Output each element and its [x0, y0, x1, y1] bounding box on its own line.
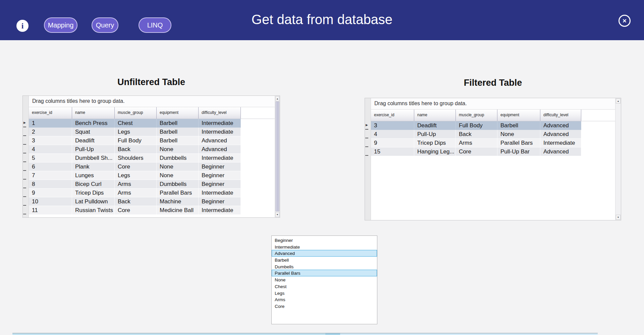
table-cell[interactable]: Arms [115, 189, 157, 197]
column-header-muscle_group[interactable]: muscle_group [115, 107, 157, 119]
table-cell[interactable]: Dumbbell Sh... [72, 154, 115, 162]
row-selector[interactable] [23, 180, 29, 189]
table-cell[interactable]: Arms [115, 180, 157, 189]
table-cell[interactable]: None [497, 130, 540, 139]
column-header-muscle_group[interactable]: muscle_group [456, 110, 497, 121]
scroll-down-icon[interactable]: ▼ [616, 215, 621, 220]
table-cell[interactable]: Machine [157, 197, 199, 206]
table-cell[interactable]: 4 [29, 145, 72, 154]
row-selector[interactable] [23, 189, 29, 197]
table-cell[interactable]: Bicep Curl [72, 180, 115, 189]
table-cell[interactable]: 10 [29, 197, 72, 206]
table-cell[interactable]: Advanced [540, 121, 581, 130]
row-selector[interactable] [365, 139, 371, 147]
table-cell[interactable]: 9 [371, 139, 414, 147]
table-cell[interactable]: Core [456, 147, 497, 156]
listbox-item-dumbells[interactable]: Dumbells [272, 263, 377, 270]
table-cell[interactable]: Intermediate [540, 139, 581, 147]
table-cell[interactable]: 1 [29, 119, 72, 128]
table-cell[interactable]: Pull-Up Bar [497, 147, 540, 156]
row-selector[interactable] [23, 162, 29, 171]
table-row[interactable]: 4Pull-UpBackNoneAdvanced [371, 130, 615, 139]
table-cell[interactable]: Parallel Bars [497, 139, 540, 147]
table-cell[interactable]: Squat [72, 128, 115, 136]
column-header-equipment[interactable]: equipment [497, 110, 540, 121]
table-cell[interactable]: Pull-Up [72, 145, 115, 154]
scroll-up-icon[interactable]: ▲ [616, 98, 621, 104]
table-cell[interactable]: Advanced [199, 145, 241, 154]
close-icon[interactable]: ✕ [619, 15, 631, 27]
table-cell[interactable]: Full Body [115, 136, 157, 145]
table-cell[interactable]: Barbell [157, 119, 199, 128]
group-by-panel[interactable]: Drag columns titles here to group data. [371, 98, 615, 110]
listbox-item-chest[interactable]: Chest [272, 283, 377, 290]
table-cell[interactable]: 8 [29, 180, 72, 189]
listbox-item-none[interactable]: None [272, 276, 377, 283]
group-by-panel[interactable]: Drag columns titles here to group data. [29, 96, 275, 107]
table-cell[interactable]: Beginner [199, 180, 241, 189]
table-cell[interactable]: Back [115, 145, 157, 154]
table-cell[interactable]: None [157, 171, 199, 180]
column-header-difficulty_level[interactable]: difficulty_level [540, 110, 581, 121]
table-row[interactable]: 2SquatLegsBarbellIntermediate [29, 128, 275, 136]
vertical-scrollbar[interactable]: ▲▼ [615, 98, 621, 220]
table-row[interactable]: 7LungesLegsNoneBeginner [29, 171, 275, 180]
scrollbar-thumb[interactable] [275, 102, 279, 211]
table-cell[interactable]: Barbell [157, 128, 199, 136]
table-cell[interactable]: 4 [371, 130, 414, 139]
table-row[interactable]: 15Hanging Leg...CorePull-Up BarAdvanced [371, 147, 615, 156]
table-row[interactable]: 4Pull-UpBackNoneAdvanced [29, 145, 275, 154]
table-cell[interactable]: Tricep Dips [72, 189, 115, 197]
table-cell[interactable]: Plank [72, 162, 115, 171]
listbox-item-legs[interactable]: Legs [272, 290, 377, 296]
row-selector[interactable] [23, 154, 29, 162]
mapping-button[interactable]: Mapping [44, 17, 77, 33]
scroll-up-icon[interactable]: ▲ [275, 96, 279, 101]
column-header-difficulty_level[interactable]: difficulty_level [199, 107, 241, 119]
table-cell[interactable]: Barbell [157, 136, 199, 145]
table-cell[interactable]: Dumbbells [157, 180, 199, 189]
table-cell[interactable]: 9 [29, 189, 72, 197]
table-cell[interactable]: 5 [29, 154, 72, 162]
table-cell[interactable]: Lunges [72, 171, 115, 180]
table-cell[interactable]: Intermediate [199, 128, 241, 136]
listbox-item-advanced[interactable]: Advanced [272, 250, 377, 257]
table-cell[interactable]: Deadlift [414, 121, 456, 130]
listbox-item-core[interactable]: Core [272, 303, 377, 310]
row-selector[interactable]: ▶ [365, 121, 371, 130]
table-cell[interactable]: Hanging Leg... [414, 147, 456, 156]
table-cell[interactable]: Tricep Dips [414, 139, 456, 147]
table-cell[interactable]: Beginner [199, 162, 241, 171]
table-cell[interactable]: Parallel Bars [157, 189, 199, 197]
table-row[interactable]: 11Russian TwistsCoreMedicine BallInterme… [29, 206, 275, 215]
listbox-item-parallel-bars[interactable]: Parallel Bars [272, 270, 377, 276]
table-cell[interactable]: Medicine Ball [157, 206, 199, 215]
info-icon[interactable]: i [16, 20, 29, 32]
listbox-item-arms[interactable]: Arms [272, 296, 377, 303]
table-cell[interactable]: Shoulders [115, 154, 157, 162]
table-cell[interactable]: 6 [29, 162, 72, 171]
column-header-exercise_id[interactable]: exercise_id [371, 110, 414, 121]
table-cell[interactable]: Lat Pulldown [72, 197, 115, 206]
row-selector[interactable] [23, 171, 29, 180]
scroll-down-icon[interactable]: ▼ [275, 212, 279, 217]
table-cell[interactable]: Barbell [497, 121, 540, 130]
table-cell[interactable]: None [157, 162, 199, 171]
table-cell[interactable]: Intermediate [199, 119, 241, 128]
table-cell[interactable]: 11 [29, 206, 72, 215]
table-row[interactable]: 6PlankCoreNoneBeginner [29, 162, 275, 171]
table-cell[interactable]: Advanced [540, 147, 581, 156]
table-cell[interactable]: Advanced [199, 136, 241, 145]
table-row[interactable]: 8Bicep CurlArmsDumbbellsBeginner [29, 180, 275, 189]
table-cell[interactable]: 7 [29, 171, 72, 180]
row-selector[interactable]: ▶ [23, 119, 29, 128]
listbox-item-intermediate[interactable]: Intermediate [272, 244, 377, 250]
table-cell[interactable]: Beginner [199, 197, 241, 206]
row-selector[interactable] [365, 147, 371, 156]
table-row[interactable]: 9Tricep DipsArmsParallel BarsIntermediat… [371, 139, 615, 147]
table-row[interactable]: 1Bench PressChestBarbellIntermediate [29, 119, 275, 128]
vertical-scrollbar[interactable]: ▲▼ [275, 96, 280, 217]
table-row[interactable]: 10Lat PulldownBackMachineBeginner [29, 197, 275, 206]
row-selector[interactable] [23, 145, 29, 154]
table-row[interactable]: 5Dumbbell Sh...ShouldersDumbbellsInterme… [29, 154, 275, 162]
